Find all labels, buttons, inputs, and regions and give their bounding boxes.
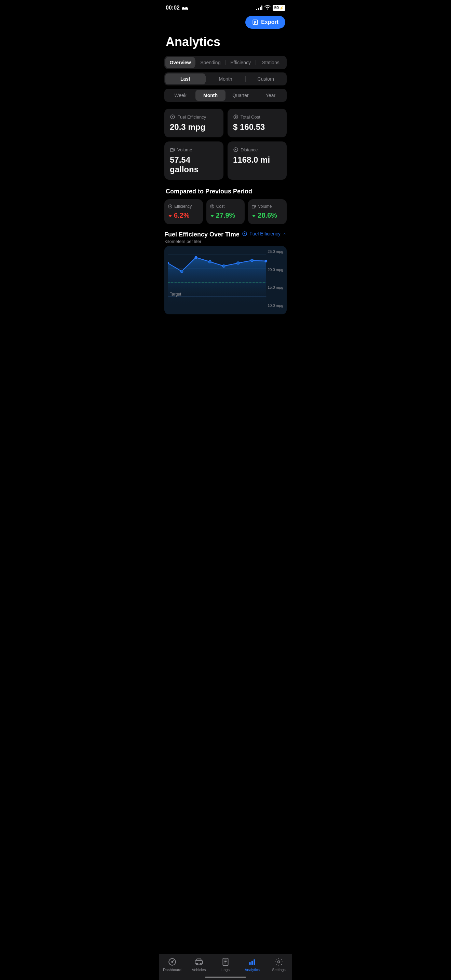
period-tab-group: Last Month Custom <box>164 72 287 86</box>
svg-point-10 <box>172 116 173 117</box>
volume-comparison-label: Volume <box>251 204 283 209</box>
nav-vehicles-label: Vehicles <box>192 968 206 972</box>
arrow-down-green-vol-icon <box>251 213 256 218</box>
comparison-title: Compared to Previous Period <box>159 185 292 199</box>
tab-custom[interactable]: Custom <box>246 73 286 84</box>
efficiency-comparison-label: Efficiency <box>168 204 200 209</box>
volume-comparison-value: 28.6% <box>251 212 283 220</box>
tab-last[interactable]: Last <box>165 73 205 84</box>
vehicles-icon <box>194 958 203 966</box>
analytics-icon <box>248 958 257 966</box>
target-label: Target <box>170 292 181 297</box>
volume-card: Volume 57.54 gallons <box>164 142 224 180</box>
battery-icon: 50 ⚡ <box>273 5 285 11</box>
status-bar: 00:02 50 ⚡ <box>159 0 292 13</box>
distance-label: Distance <box>233 147 281 153</box>
wifi-icon <box>264 5 271 11</box>
status-icons: 50 ⚡ <box>256 5 285 11</box>
main-tab-group: Overview Spending Efficiency Stations <box>164 56 287 69</box>
svg-rect-43 <box>254 959 255 965</box>
dashboard-icon <box>168 958 177 966</box>
nav-vehicles[interactable]: Vehicles <box>189 958 209 972</box>
chart-legend-button[interactable]: Fuel Efficiency <box>242 231 287 237</box>
svg-point-33 <box>251 259 254 262</box>
svg-point-30 <box>208 260 211 263</box>
svg-point-34 <box>264 260 267 262</box>
nav-logs[interactable]: Logs <box>215 958 236 972</box>
settings-icon <box>274 958 283 966</box>
svg-rect-41 <box>249 962 251 965</box>
efficiency-comparison-value: 6.2% <box>168 212 200 220</box>
page-title: Analytics <box>159 32 292 56</box>
nav-settings[interactable]: Settings <box>268 958 289 972</box>
logs-icon <box>221 958 230 966</box>
tab-overview[interactable]: Overview <box>165 57 195 68</box>
distance-card: Distance 1168.0 mi <box>227 142 287 180</box>
arrow-down-green-cost-icon <box>210 213 214 218</box>
tab-quarter[interactable]: Quarter <box>226 90 256 101</box>
fuel-efficiency-card: Fuel Efficiency 20.3 mpg <box>164 109 224 137</box>
svg-rect-42 <box>251 961 253 965</box>
efficiency-comp-icon <box>168 204 173 209</box>
chart-section: Fuel Efficiency Over Time Kilometers per… <box>164 231 287 314</box>
svg-point-36 <box>172 961 173 962</box>
nav-analytics[interactable]: Analytics <box>242 958 262 972</box>
chart-legend-icon <box>242 231 248 237</box>
volume-comp-icon <box>251 204 256 209</box>
volume-label: Volume <box>170 147 218 153</box>
export-button[interactable]: Export <box>245 16 285 29</box>
range-tab-group: Week Month Quarter Year <box>164 89 287 102</box>
chevron-up-icon <box>283 232 287 236</box>
svg-point-32 <box>237 262 240 264</box>
home-indicator <box>205 977 246 978</box>
svg-rect-3 <box>182 10 183 10</box>
svg-rect-2 <box>185 7 187 8</box>
fuel-efficiency-value: 20.3 mpg <box>170 123 218 132</box>
svg-point-44 <box>278 961 280 963</box>
comparison-grid: Efficiency 6.2% Cost 27.9% <box>164 199 287 224</box>
chart-container: 25.0 mpg 20.0 mpg 15.0 mpg 10.0 mpg Targ… <box>164 246 287 314</box>
cost-comparison-label: Cost <box>210 204 241 209</box>
tab-spending[interactable]: Spending <box>195 57 225 68</box>
gauge-icon <box>170 114 175 119</box>
y-axis-labels: 25.0 mpg 20.0 mpg 15.0 mpg 10.0 mpg <box>268 250 283 307</box>
chart-subtitle: Kilometers per liter <box>164 239 240 244</box>
nav-settings-label: Settings <box>272 968 286 972</box>
svg-rect-1 <box>182 7 184 8</box>
tab-month-range[interactable]: Month <box>195 90 226 101</box>
svg-rect-4 <box>187 10 188 10</box>
svg-point-28 <box>180 270 183 273</box>
svg-rect-40 <box>223 958 228 966</box>
svg-point-17 <box>170 206 170 207</box>
efficiency-comparison-card: Efficiency 6.2% <box>164 199 203 224</box>
svg-rect-19 <box>252 205 254 208</box>
nav-dashboard[interactable]: Dashboard <box>162 958 183 972</box>
status-bed-icon <box>182 5 188 10</box>
chart-title-block: Fuel Efficiency Over Time Kilometers per… <box>164 231 240 244</box>
chart-title: Fuel Efficiency Over Time <box>164 231 240 238</box>
svg-point-15 <box>235 150 236 150</box>
fuel-efficiency-label: Fuel Efficiency <box>170 114 218 119</box>
tab-month[interactable]: Month <box>206 73 246 84</box>
tab-efficiency[interactable]: Efficiency <box>226 57 256 68</box>
distance-value: 1168.0 mi <box>233 155 281 165</box>
tab-stations[interactable]: Stations <box>256 57 286 68</box>
tab-year[interactable]: Year <box>256 90 286 101</box>
volume-value: 57.54 gallons <box>170 155 218 174</box>
nav-dashboard-label: Dashboard <box>163 968 181 972</box>
svg-point-29 <box>195 256 197 259</box>
export-icon <box>252 19 258 25</box>
volume-comparison-card: Volume 28.6% <box>248 199 287 224</box>
status-time: 00:02 <box>166 5 188 11</box>
svg-point-31 <box>222 265 225 267</box>
dollar-icon <box>233 114 238 119</box>
tab-week[interactable]: Week <box>165 90 195 101</box>
total-cost-label: Total Cost <box>233 114 281 119</box>
speedometer-icon <box>233 147 238 153</box>
nav-analytics-label: Analytics <box>245 968 260 972</box>
cost-comparison-card: Cost 27.9% <box>206 199 245 224</box>
chart-header: Fuel Efficiency Over Time Kilometers per… <box>164 231 287 244</box>
header: Export <box>159 13 292 32</box>
svg-rect-13 <box>171 149 173 150</box>
cost-comparison-value: 27.9% <box>210 212 241 220</box>
